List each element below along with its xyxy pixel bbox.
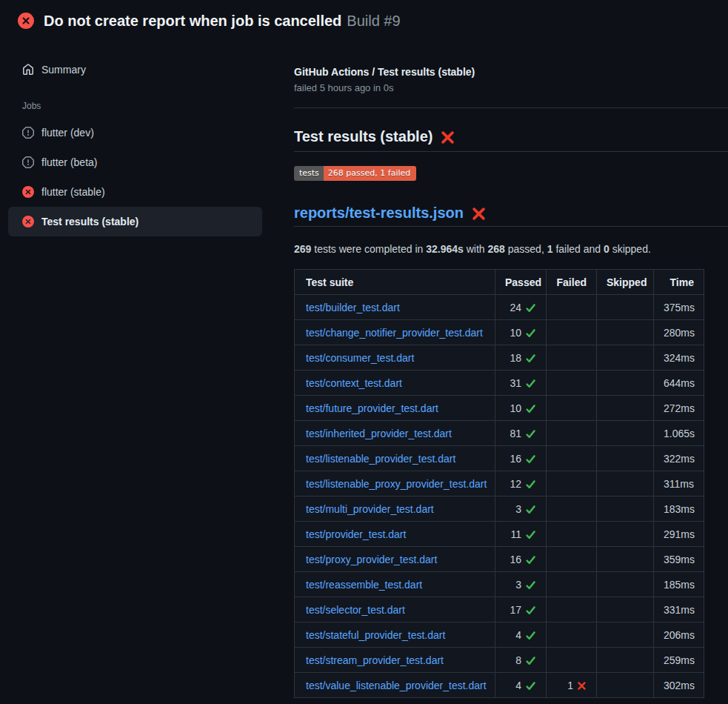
skipped-cell xyxy=(597,597,654,622)
suite-link[interactable]: test/context_test.dart xyxy=(306,377,402,389)
failed-cell xyxy=(547,522,597,547)
skipped-cell xyxy=(597,673,654,698)
sidebar-job-label: flutter (stable) xyxy=(41,186,105,198)
badge-value: 268 passed, 1 failed xyxy=(324,166,416,181)
check-icon xyxy=(525,529,536,540)
passed-cell: 18 xyxy=(495,345,547,371)
suite-link[interactable]: test/listenable_provider_test.dart xyxy=(306,453,455,465)
skipped-total: 0 xyxy=(604,243,610,255)
failed-cell xyxy=(547,421,597,446)
table-row: test/listenable_proxy_provider_test.dart… xyxy=(295,471,704,497)
check-icon xyxy=(525,605,536,616)
sidebar-job-item[interactable]: flutter (beta) xyxy=(8,147,262,177)
passed-cell: 17 xyxy=(495,597,547,622)
suite-link[interactable]: test/inherited_provider_test.dart xyxy=(306,428,452,439)
passed-cell: 4 xyxy=(495,673,547,698)
duration-value: 32.964s xyxy=(426,243,464,255)
check-icon xyxy=(525,655,536,666)
passed-cell: 16 xyxy=(495,446,547,471)
table-row: test/proxy_provider_test.dart 16 359ms xyxy=(295,547,704,572)
skipped-cell xyxy=(597,547,654,572)
check-run-panel: GitHub Actions / Test results (stable) f… xyxy=(274,37,728,698)
check-icon xyxy=(525,328,536,339)
suite-link[interactable]: test/listenable_proxy_provider_test.dart xyxy=(306,478,487,490)
table-row: test/inherited_provider_test.dart 81 1.0… xyxy=(295,421,704,446)
failed-cell xyxy=(547,648,597,673)
suite-link[interactable]: test/proxy_provider_test.dart xyxy=(306,554,437,565)
suite-link[interactable]: test/consumer_test.dart xyxy=(306,352,414,364)
time-value: 644ms xyxy=(654,371,704,396)
passed-total: 268 xyxy=(488,243,505,255)
table-row: test/stateful_provider_test.dart 4 206ms xyxy=(295,622,704,648)
sidebar: Summary Jobs flutter (dev) flutter (beta… xyxy=(0,37,274,236)
run-title-bar: Do not create report when job is cancell… xyxy=(0,0,728,37)
passed-cell: 16 xyxy=(495,547,547,572)
passed-count: 4 xyxy=(515,629,521,641)
skipped-cell xyxy=(597,446,654,471)
time-value: 183ms xyxy=(654,497,704,522)
skipped-cell xyxy=(597,421,654,446)
suite-link[interactable]: test/builder_test.dart xyxy=(306,302,400,313)
failed-total: 1 xyxy=(547,243,553,255)
failed-cell: 1 xyxy=(547,673,597,698)
time-value: 302ms xyxy=(654,673,704,698)
report-file-link[interactable]: reports/test-results.json xyxy=(294,203,464,222)
suite-link[interactable]: test/provider_test.dart xyxy=(306,528,406,540)
time-value: 1.065s xyxy=(654,421,704,446)
sidebar-job-item[interactable]: flutter (stable) xyxy=(8,177,262,207)
passed-cell: 24 xyxy=(495,295,547,320)
passed-cell: 31 xyxy=(495,371,547,396)
passed-count: 31 xyxy=(510,377,521,389)
table-row: test/change_notifier_provider_test.dart … xyxy=(295,320,704,345)
time-value: 324ms xyxy=(654,345,704,371)
failed-cell xyxy=(547,497,597,522)
passed-count: 4 xyxy=(515,680,521,691)
suite-link[interactable]: test/stream_provider_test.dart xyxy=(306,654,444,666)
failed-cell xyxy=(547,320,597,345)
table-row: test/stream_provider_test.dart 8 259ms xyxy=(295,648,704,673)
sidebar-job-label: flutter (beta) xyxy=(41,156,97,168)
check-icon xyxy=(525,403,536,414)
run-title: Do not create report when job is cancell… xyxy=(44,13,341,29)
failed-x-icon xyxy=(472,207,486,221)
time-value: 259ms xyxy=(654,648,704,673)
suite-link[interactable]: test/reassemble_test.dart xyxy=(306,579,422,591)
skipped-cell xyxy=(597,345,654,371)
check-icon xyxy=(525,680,536,691)
col-header-skipped: Skipped xyxy=(597,270,654,295)
suite-link[interactable]: test/stateful_provider_test.dart xyxy=(306,629,445,641)
table-row: test/listenable_provider_test.dart 16 32… xyxy=(295,446,704,471)
skipped-cell xyxy=(597,497,654,522)
table-row: test/future_provider_test.dart 10 272ms xyxy=(295,396,704,421)
check-icon xyxy=(525,454,536,465)
table-row: test/reassemble_test.dart 3 185ms xyxy=(295,572,704,597)
stop-icon xyxy=(22,156,34,168)
report-heading: Test results (stable) xyxy=(294,126,728,152)
time-value: 331ms xyxy=(654,597,704,622)
time-value: 280ms xyxy=(654,320,704,345)
table-row: test/builder_test.dart 24 375ms xyxy=(295,295,704,320)
sidebar-item-summary[interactable]: Summary xyxy=(8,56,262,83)
suite-link[interactable]: test/multi_provider_test.dart xyxy=(306,503,434,515)
failed-cell xyxy=(547,471,597,497)
suite-link[interactable]: test/value_listenable_provider_test.dart xyxy=(306,680,487,691)
table-row: test/consumer_test.dart 18 324ms xyxy=(295,345,704,371)
passed-count: 24 xyxy=(510,302,521,313)
failed-cell xyxy=(547,371,597,396)
col-header-failed: Failed xyxy=(547,270,597,295)
passed-cell: 81 xyxy=(495,421,547,446)
sidebar-job-item[interactable]: Test results (stable) xyxy=(8,207,262,236)
suite-link[interactable]: test/selector_test.dart xyxy=(306,604,405,616)
x-circle-icon xyxy=(18,13,34,29)
skipped-cell xyxy=(597,295,654,320)
passed-count: 3 xyxy=(515,503,521,515)
skipped-cell xyxy=(597,572,654,597)
x-circle-icon xyxy=(22,186,34,198)
suite-link[interactable]: test/future_provider_test.dart xyxy=(306,402,438,414)
failed-cell xyxy=(547,446,597,471)
suite-link[interactable]: test/change_notifier_provider_test.dart xyxy=(306,327,483,339)
sidebar-job-item[interactable]: flutter (dev) xyxy=(8,118,262,147)
col-header-test-suite: Test suite xyxy=(295,270,495,295)
passed-cell: 11 xyxy=(495,522,547,547)
run-status-text: failed 5 hours ago in 0s xyxy=(294,82,728,95)
